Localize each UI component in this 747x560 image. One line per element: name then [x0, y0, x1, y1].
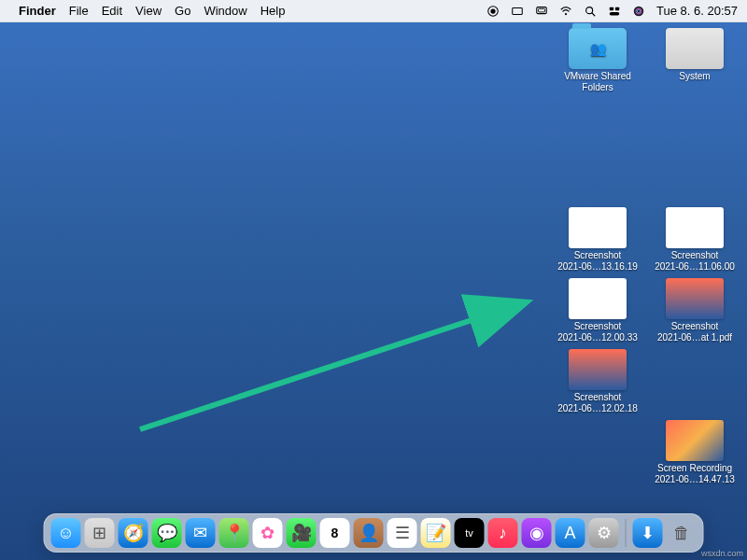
control-center-icon[interactable] [608, 5, 621, 18]
desktop-file-screenshot-pdf[interactable]: Screenshot 2021-06…at 1.pdf [650, 278, 740, 343]
svg-point-1 [490, 8, 495, 13]
menu-view[interactable]: View [135, 4, 162, 18]
dock-messages[interactable]: 💬 [152, 518, 182, 548]
svg-rect-2 [513, 7, 523, 14]
siri-icon[interactable] [632, 5, 645, 18]
dock-trash[interactable]: 🗑 [667, 518, 697, 548]
dock-launchpad[interactable]: ⊞ [85, 518, 115, 548]
desktop-file-screenshot-4[interactable]: Screenshot 2021-06…12.02.18 [553, 349, 642, 414]
wifi-icon[interactable] [559, 5, 572, 18]
menu-window[interactable]: Window [204, 4, 247, 18]
desktop-folder-vmware[interactable]: 👥 VMware Shared Folders [553, 28, 642, 93]
svg-rect-9 [615, 7, 619, 10]
dock-podcasts[interactable]: ◉ [522, 518, 552, 548]
image-file-icon [666, 207, 724, 248]
dock-finder[interactable]: ☺ [51, 518, 81, 548]
menu-file[interactable]: File [69, 4, 89, 18]
dock-reminders[interactable]: ☰ [388, 518, 417, 548]
desktop-file-screenshot-2[interactable]: Screenshot 2021-06…11.06.00 [650, 207, 740, 273]
menubar-clock[interactable]: Tue 8. 6. 20:57 [656, 4, 738, 18]
image-file-icon [666, 278, 724, 319]
screen-recording-icon[interactable] [486, 5, 500, 18]
dock-mail[interactable]: ✉ [186, 518, 216, 548]
image-file-icon [569, 349, 627, 390]
screen-mirroring-icon[interactable] [535, 5, 548, 18]
dock-separator [626, 519, 627, 547]
spotlight-icon[interactable] [584, 5, 597, 18]
image-file-icon [569, 278, 627, 319]
dock-facetime[interactable]: 🎥 [287, 518, 317, 548]
dock-calendar[interactable]: 8 [320, 518, 350, 548]
menu-edit[interactable]: Edit [102, 4, 122, 18]
menubar: Finder File Edit View Go Window Help Tue… [0, 0, 747, 22]
dock-downloads[interactable]: ⬇ [633, 518, 663, 548]
menu-go[interactable]: Go [175, 4, 190, 18]
desktop-file-recording[interactable]: Screen Recording 2021-06…14.47.13 [650, 420, 740, 485]
svg-rect-10 [610, 11, 620, 15]
desktop-file-screenshot-1[interactable]: Screenshot 2021-06…13.16.19 [553, 207, 642, 273]
svg-rect-4 [539, 8, 545, 12]
desktop-file-screenshot-3[interactable]: Screenshot 2021-06…12.00.33 [553, 278, 642, 343]
video-file-icon [666, 420, 724, 461]
dock-safari[interactable]: 🧭 [119, 518, 148, 548]
dock-contacts[interactable]: 👤 [354, 518, 384, 548]
dock-appstore[interactable]: A [556, 518, 585, 548]
menu-help[interactable]: Help [261, 4, 286, 18]
folder-icon: 👥 [569, 28, 627, 69]
svg-point-6 [586, 7, 593, 13]
dock-maps[interactable]: 📍 [219, 518, 249, 548]
image-file-icon [569, 207, 627, 248]
keyboard-input-icon[interactable] [511, 5, 524, 18]
desktop-drive-system[interactable]: System [650, 28, 740, 93]
dock-settings[interactable]: ⚙ [589, 518, 619, 548]
dock-photos[interactable]: ✿ [253, 518, 283, 548]
drive-icon [666, 28, 724, 69]
svg-rect-8 [610, 7, 613, 10]
svg-point-5 [565, 12, 567, 14]
svg-line-7 [592, 12, 596, 16]
dock: ☺ ⊞ 🧭 💬 ✉ 📍 ✿ 🎥 8 👤 ☰ 📝 tv ♪ ◉ A ⚙ ⬇ 🗑 [44, 513, 704, 553]
desktop-icons-area: 👥 VMware Shared Folders System Screensho… [553, 28, 740, 485]
dock-music[interactable]: ♪ [488, 518, 518, 548]
menubar-app-name[interactable]: Finder [19, 4, 56, 18]
dock-notes[interactable]: 📝 [421, 518, 451, 548]
svg-point-11 [634, 6, 644, 16]
dock-tv[interactable]: tv [455, 518, 485, 548]
watermark: wsxdn.com [701, 549, 743, 558]
